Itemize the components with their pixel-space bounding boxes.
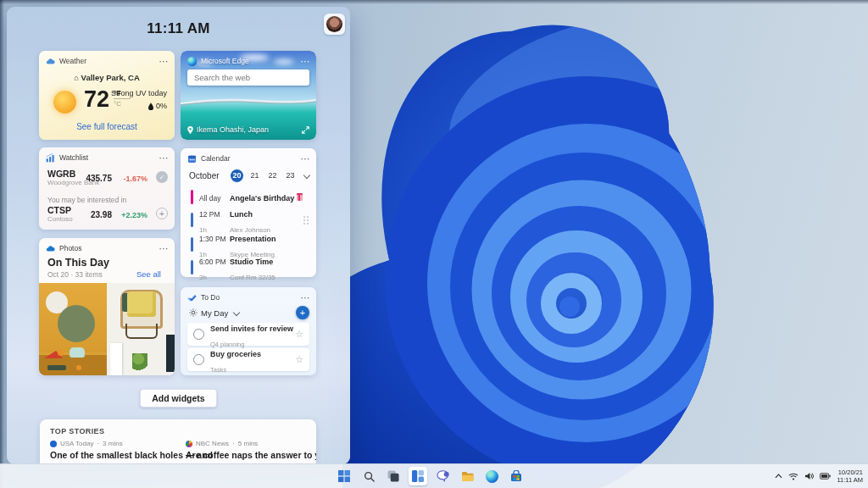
panel-clock: 11:11 AM — [7, 20, 350, 37]
story-headline: Are coffee naps the answer to your — [186, 450, 313, 460]
search-button[interactable] — [359, 467, 378, 485]
edge-widget: Microsoft Edge ⋯ Ikema Ohashi, Japan — [181, 51, 316, 140]
photo-thumbnail-still-life[interactable] — [39, 283, 107, 375]
add-widgets-button[interactable]: Add widgets — [140, 389, 216, 408]
calendar-widget: Calendar ⋯ October 20 21 22 23 All day — [181, 148, 316, 277]
story-age: 3 mins — [103, 440, 123, 447]
photos-cloud-icon — [46, 244, 55, 253]
weather-location: ⌂ Valley Park, CA — [39, 73, 175, 82]
volume-icon[interactable] — [804, 472, 814, 480]
event-color-bar — [191, 213, 193, 227]
taskbar: 10/20/21 11:11 AM — [0, 463, 868, 488]
search-icon — [364, 471, 375, 482]
desktop-screen: 11:11 AM Weather ⋯ ⌂ Valley Park, CA 72 … — [0, 0, 868, 488]
calendar-day[interactable]: 23 — [284, 169, 297, 182]
user-avatar — [326, 16, 342, 32]
edge-search-input[interactable] — [192, 72, 308, 83]
stock-change: -1.67% — [123, 175, 147, 183]
top-stories-card: TOP STORIES USA Today · 3 mins One of th… — [40, 419, 316, 464]
widgets-panel: 11:11 AM Weather ⋯ ⌂ Valley Park, CA 72 … — [7, 7, 350, 464]
nbc-news-logo-icon — [186, 441, 192, 447]
file-explorer-button[interactable] — [458, 467, 476, 485]
story-item[interactable]: NBC News · 5 mins Are coffee naps the an… — [186, 440, 313, 460]
bloom-flower-graphic — [342, 0, 868, 488]
widgets-column-right: Microsoft Edge ⋯ Ikema Ohashi, Japan Ca — [181, 51, 316, 375]
calendar-day-selected[interactable]: 20 — [231, 169, 243, 182]
microsoft-store-button[interactable] — [507, 467, 526, 485]
todo-task-row[interactable]: Buy groceries Tasks ☆ — [187, 348, 309, 371]
user-avatar-button[interactable] — [324, 14, 345, 35]
todo-task-row[interactable]: Send invites for review Q4 planning ☆ — [187, 323, 309, 346]
folder-icon — [461, 471, 474, 482]
sun-icon — [53, 91, 76, 114]
calendar-event[interactable]: 6:00 PM3h Studio TimeConf Rm 32/35 — [187, 257, 309, 278]
event-color-bar — [191, 237, 193, 252]
watchlist-suggestion-note: You may be interested in — [47, 196, 126, 204]
wifi-icon[interactable] — [788, 473, 798, 480]
stock-price: 23.98 — [91, 210, 112, 219]
photos-title: Photos — [59, 244, 81, 252]
calendar-day[interactable]: 21 — [248, 169, 261, 182]
edge-photo-caption: Ikema Ohashi, Japan — [187, 125, 309, 134]
calendar-month-row: October 20 21 22 23 — [189, 169, 309, 182]
todo-list-selector[interactable]: My Day + — [189, 306, 309, 319]
widgets-icon — [412, 470, 424, 482]
chevron-down-icon — [233, 309, 240, 316]
weather-forecast-link[interactable]: See full forecast — [39, 121, 175, 132]
star-icon[interactable]: ☆ — [295, 354, 303, 365]
start-button[interactable] — [335, 467, 353, 485]
home-icon: ⌂ — [74, 73, 79, 82]
weather-more-button[interactable]: ⋯ — [157, 56, 170, 66]
task-checkbox[interactable] — [193, 329, 204, 340]
top-stories-heading: TOP STORIES — [50, 427, 104, 435]
bridge-graphic — [181, 97, 316, 106]
task-checkbox[interactable] — [193, 354, 204, 365]
expand-icon[interactable] — [302, 126, 309, 134]
screen-edge-shadow-left — [0, 0, 4, 488]
watchlist-title: Watchlist — [59, 153, 88, 162]
droplet-icon — [148, 103, 153, 110]
gift-icon — [297, 193, 303, 201]
watchlist-chart-icon — [46, 153, 55, 163]
weather-title: Weather — [59, 57, 86, 65]
stock-add-button[interactable]: + — [156, 208, 168, 219]
story-headline: One of the smallest black holes — and — [50, 450, 177, 460]
task-view-icon — [387, 470, 399, 482]
edge-more-button[interactable]: ⋯ — [298, 56, 312, 66]
chat-button[interactable] — [433, 467, 452, 485]
todo-list-name: My Day — [201, 308, 228, 318]
battery-icon[interactable] — [820, 473, 831, 480]
calendar-event-allday[interactable]: All day Angela's Birthday — [187, 187, 309, 206]
chevron-down-icon[interactable] — [303, 172, 310, 179]
event-color-bar — [191, 190, 193, 204]
calendar-event[interactable]: 12 PM1h LunchAlex Johnson — [187, 209, 309, 230]
stock-added-button[interactable]: ✓ — [156, 171, 168, 183]
weather-widget: Weather ⋯ ⌂ Valley Park, CA 72 °F °C Str… — [39, 51, 175, 140]
photos-see-all-link[interactable]: See all — [131, 269, 166, 280]
todo-title: To Do — [201, 293, 220, 302]
edge-logo-icon — [187, 57, 197, 66]
tray-chevron-up-icon[interactable] — [775, 474, 782, 479]
tray-clock[interactable]: 10/20/21 11:11 AM — [837, 469, 863, 484]
watchlist-widget: Watchlist ⋯ WGRB Woodgrove Bank 435.75 -… — [39, 147, 175, 230]
edge-browser-button[interactable] — [482, 467, 501, 485]
todo-add-task-button[interactable]: + — [296, 306, 309, 319]
photos-more-button[interactable]: ⋯ — [157, 243, 170, 253]
drag-handle-icon[interactable] — [303, 216, 309, 225]
task-title: Buy groceries — [210, 350, 261, 358]
photos-heading: On This Day — [47, 257, 109, 269]
usa-today-logo-icon — [50, 441, 57, 447]
story-item[interactable]: USA Today · 3 mins One of the smallest b… — [50, 440, 177, 460]
watchlist-more-button[interactable]: ⋯ — [157, 152, 170, 163]
task-view-button[interactable] — [384, 467, 403, 485]
map-pin-icon — [187, 126, 193, 134]
edge-search-bar — [187, 69, 309, 86]
calendar-more-button[interactable]: ⋯ — [298, 153, 312, 164]
weather-unit-c[interactable]: °C — [114, 100, 131, 108]
todo-more-button[interactable]: ⋯ — [298, 292, 312, 302]
photo-thumbnail-chair[interactable] — [107, 283, 175, 375]
star-icon[interactable]: ☆ — [295, 329, 303, 340]
widgets-button[interactable] — [409, 467, 427, 485]
calendar-day[interactable]: 22 — [266, 169, 279, 182]
calendar-month: October — [189, 171, 220, 180]
